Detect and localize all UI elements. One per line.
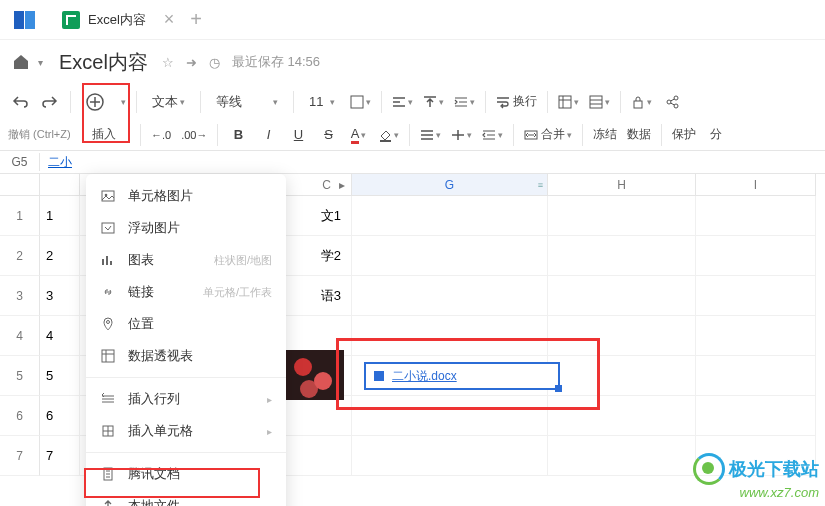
row-header[interactable]: 4 bbox=[0, 316, 40, 356]
chevron-right-icon: ▸ bbox=[267, 426, 272, 437]
column-header-g[interactable]: G≡ bbox=[352, 174, 548, 196]
tab-title: Excel内容 bbox=[88, 11, 146, 29]
cell[interactable]: 1 bbox=[40, 196, 80, 236]
cell[interactable] bbox=[696, 236, 816, 276]
menu-insert-cells[interactable]: 插入单元格▸ bbox=[86, 415, 286, 447]
move-icon[interactable]: ➜ bbox=[186, 55, 197, 70]
menu-insert-rows[interactable]: 插入行列▸ bbox=[86, 383, 286, 415]
cell-reference[interactable]: G5 bbox=[0, 153, 40, 171]
share-button[interactable] bbox=[658, 88, 686, 116]
outdent-button[interactable]: ▾ bbox=[478, 121, 507, 149]
home-icon[interactable] bbox=[10, 51, 32, 73]
menu-link[interactable]: 链接单元格/工作表 bbox=[86, 276, 286, 308]
dec-decimal-button[interactable]: ← .0 bbox=[147, 121, 175, 149]
cell[interactable] bbox=[696, 196, 816, 236]
strike-button[interactable]: S bbox=[314, 121, 342, 149]
insert-label[interactable]: 插入 bbox=[86, 121, 122, 149]
cell[interactable]: 6 bbox=[40, 396, 80, 436]
font-color-button[interactable]: A▾ bbox=[344, 121, 372, 149]
insert-dropdown-icon[interactable]: ▾ bbox=[115, 88, 130, 116]
cell[interactable]: 4 bbox=[40, 316, 80, 356]
align-left-button[interactable]: ▾ bbox=[388, 88, 417, 116]
menu-location[interactable]: 位置 bbox=[86, 308, 286, 340]
menu-local-file[interactable]: 本地文件 bbox=[86, 490, 286, 506]
cell[interactable] bbox=[696, 316, 816, 356]
menu-cell-image[interactable]: 单元格图片 bbox=[86, 180, 286, 212]
selected-cell-g5[interactable]: 二小说.docx bbox=[364, 362, 560, 390]
freeze-button[interactable]: ▾ bbox=[554, 88, 583, 116]
border-button[interactable]: ▾ bbox=[346, 88, 375, 116]
font-size-select[interactable]: 11▾ bbox=[300, 88, 344, 116]
cell[interactable]: 7 bbox=[40, 436, 80, 476]
cell[interactable]: 3 bbox=[40, 276, 80, 316]
watermark-name: 极光下载站 bbox=[729, 457, 819, 481]
menu-float-image[interactable]: 浮动图片 bbox=[86, 212, 286, 244]
share-label-button[interactable]: 分 bbox=[702, 121, 730, 149]
italic-button[interactable]: I bbox=[254, 121, 282, 149]
row-col-button[interactable]: ▾ bbox=[585, 88, 614, 116]
row-header[interactable]: 2 bbox=[0, 236, 40, 276]
fill-color-button[interactable]: ▾ bbox=[374, 121, 403, 149]
inc-decimal-button[interactable]: .00 → bbox=[177, 121, 211, 149]
format-type-select[interactable]: 文本▾ bbox=[143, 88, 194, 116]
cell[interactable] bbox=[696, 396, 816, 436]
protect-button[interactable]: ▾ bbox=[627, 88, 656, 116]
cell[interactable] bbox=[352, 236, 548, 276]
underline-button[interactable]: U bbox=[284, 121, 312, 149]
svg-rect-1 bbox=[25, 11, 35, 29]
file-checkbox-icon[interactable] bbox=[374, 371, 384, 381]
cell[interactable]: 5 bbox=[40, 356, 80, 396]
chevron-right-icon: ▸ bbox=[267, 394, 272, 405]
spreadsheet: C◂▸ G≡ H I 11文122学233语344556677 二小说.docx… bbox=[0, 174, 825, 476]
column-header-i[interactable]: I bbox=[696, 174, 816, 196]
cell[interactable] bbox=[696, 356, 816, 396]
bold-button[interactable]: B bbox=[224, 121, 252, 149]
home-dropdown-icon[interactable]: ▾ bbox=[32, 57, 49, 68]
location-icon bbox=[100, 316, 116, 332]
align-top-button[interactable]: ▾ bbox=[419, 88, 448, 116]
cell[interactable]: 2 bbox=[40, 236, 80, 276]
new-tab-button[interactable]: + bbox=[180, 8, 212, 31]
cell[interactable] bbox=[352, 436, 548, 476]
insert-button[interactable] bbox=[77, 88, 113, 116]
close-tab-button[interactable]: × bbox=[158, 9, 181, 30]
selection-handle[interactable] bbox=[555, 385, 562, 392]
redo-button[interactable] bbox=[36, 88, 64, 116]
row-header[interactable]: 7 bbox=[0, 436, 40, 476]
browser-tab[interactable]: Excel内容 bbox=[50, 0, 158, 40]
svg-rect-14 bbox=[102, 223, 114, 233]
menu-pivot[interactable]: 数据透视表 bbox=[86, 340, 286, 372]
column-header[interactable] bbox=[40, 174, 80, 196]
cell[interactable] bbox=[548, 236, 696, 276]
svg-rect-0 bbox=[14, 11, 24, 29]
document-title[interactable]: Excel内容 bbox=[59, 49, 148, 76]
font-family-select[interactable]: 等线▾ bbox=[207, 88, 287, 116]
protect-label-button[interactable]: 保护 bbox=[668, 121, 700, 149]
row-header[interactable]: 3 bbox=[0, 276, 40, 316]
row-header[interactable]: 6 bbox=[0, 396, 40, 436]
merge-button[interactable]: 合并▾ bbox=[520, 121, 576, 149]
select-all-corner[interactable] bbox=[0, 174, 40, 196]
cell[interactable] bbox=[548, 436, 696, 476]
indent-button[interactable]: ▾ bbox=[450, 88, 479, 116]
cell[interactable] bbox=[696, 276, 816, 316]
freeze-label-button[interactable]: 冻结 bbox=[589, 121, 621, 149]
star-icon[interactable]: ☆ bbox=[162, 55, 174, 70]
cell[interactable] bbox=[548, 276, 696, 316]
valign-button[interactable]: ▾ bbox=[447, 121, 476, 149]
column-dropdown-icon[interactable]: ≡ bbox=[538, 180, 543, 190]
data-label-button[interactable]: 数据 bbox=[623, 121, 655, 149]
menu-chart[interactable]: 图表柱状图/地图 bbox=[86, 244, 286, 276]
row-header[interactable]: 1 bbox=[0, 196, 40, 236]
column-header-h[interactable]: H bbox=[548, 174, 696, 196]
undo-button[interactable] bbox=[6, 88, 34, 116]
wrap-button[interactable]: 换行 bbox=[492, 88, 541, 116]
row-header[interactable]: 5 bbox=[0, 356, 40, 396]
formula-value[interactable]: 二小 bbox=[40, 154, 72, 171]
menu-tencent-doc[interactable]: 腾讯文档 bbox=[86, 458, 286, 490]
halign-button[interactable]: ▾ bbox=[416, 121, 445, 149]
file-link[interactable]: 二小说.docx bbox=[392, 368, 457, 385]
cell[interactable] bbox=[548, 196, 696, 236]
cell[interactable] bbox=[352, 196, 548, 236]
cell[interactable] bbox=[352, 276, 548, 316]
